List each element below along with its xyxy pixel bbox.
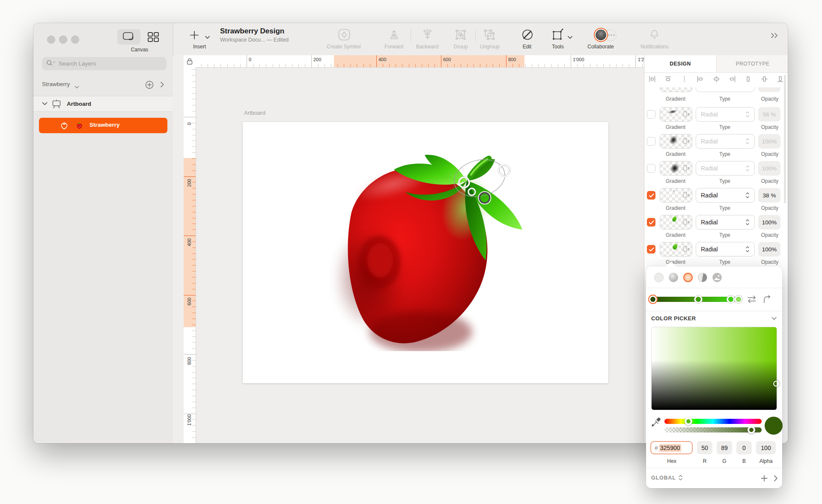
saturation-selector[interactable] — [773, 381, 779, 387]
backward-button[interactable] — [422, 29, 433, 42]
add-page-button[interactable] — [145, 80, 154, 91]
opacity-field[interactable]: 100% — [758, 215, 780, 230]
opacity-field[interactable] — [758, 87, 780, 92]
insert-button[interactable] — [189, 30, 200, 42]
gradient-checkbox[interactable] — [647, 164, 655, 173]
tab-design[interactable]: DESIGN — [644, 55, 716, 72]
lock-icon[interactable] — [187, 58, 193, 65]
gradient-stop[interactable] — [694, 295, 702, 303]
type-dropdown[interactable] — [696, 87, 755, 92]
fill-gradient-button[interactable] — [683, 273, 693, 282]
global-presets-selector[interactable]: GLOBAL — [651, 474, 683, 481]
type-dropdown[interactable]: Radial — [696, 107, 755, 122]
red-field[interactable]: 50 — [697, 441, 712, 454]
search-icon — [46, 60, 56, 68]
gradient-stop-selected[interactable] — [649, 295, 657, 303]
hue-knob[interactable] — [685, 418, 692, 425]
gradient-checkbox[interactable] — [647, 137, 655, 146]
type-dropdown[interactable]: Radial — [696, 215, 755, 230]
more-alignment-icon[interactable] — [681, 75, 688, 83]
saturation-brightness-box[interactable] — [651, 327, 777, 410]
overflow-chevrons-icon[interactable] — [770, 33, 780, 40]
distribute-horizontally-icon[interactable] — [649, 75, 656, 83]
tools-button[interactable] — [551, 28, 564, 43]
fill-none-button[interactable] — [654, 273, 664, 282]
add-preset-icon[interactable] — [761, 475, 768, 482]
canvas-area[interactable]: Artboard — [173, 55, 644, 443]
color-picker-header[interactable]: COLOR PICKER — [651, 315, 696, 322]
presets-chevron-right-icon[interactable] — [774, 475, 778, 482]
ruler-horizontal[interactable]: 0 200 400 600 800 1'000 1'200 — [196, 55, 644, 68]
align-center-horizontal-icon[interactable] — [713, 75, 720, 83]
gradient-swatch[interactable] — [660, 87, 692, 92]
alpha-field[interactable]: 100 — [756, 441, 776, 454]
search-input[interactable]: Search Layers — [42, 57, 167, 70]
tab-prototype[interactable]: PROTOTYPE — [716, 55, 788, 72]
tools-chevron-down-icon[interactable] — [567, 33, 573, 41]
opacity-field[interactable]: 100% — [758, 134, 780, 149]
current-color-swatch[interactable] — [765, 417, 783, 435]
ruler-tick — [435, 64, 435, 67]
gradient-checkbox[interactable] — [647, 245, 655, 253]
rotate-gradient-icon[interactable] — [762, 295, 772, 304]
blue-field[interactable]: 0 — [736, 441, 752, 454]
ungroup-button[interactable] — [483, 29, 495, 42]
artboard-row[interactable]: Artboard — [33, 96, 173, 112]
alpha-slider[interactable] — [664, 427, 762, 432]
scrollbar-thumb[interactable] — [784, 75, 786, 203]
artboard-title[interactable]: Artboard — [244, 110, 265, 116]
gradient-checkbox[interactable] — [647, 218, 655, 227]
fill-image-button[interactable] — [712, 273, 722, 282]
gradient-checkbox[interactable] — [647, 110, 655, 119]
alpha-knob[interactable] — [748, 426, 755, 434]
gradient-swatch[interactable] — [660, 134, 692, 149]
hue-slider[interactable] — [664, 419, 762, 424]
gradient-swatch[interactable] — [660, 215, 692, 230]
traffic-light-zoom[interactable] — [71, 36, 79, 44]
forward-button[interactable] — [388, 29, 400, 42]
page-selector[interactable]: Strawberry — [42, 81, 70, 87]
type-dropdown[interactable]: Radial — [696, 188, 755, 203]
traffic-light-close[interactable] — [47, 36, 55, 44]
fill-solid-button[interactable] — [669, 273, 678, 282]
gradient-swatch[interactable] — [660, 242, 692, 256]
create-symbol-button[interactable] — [338, 28, 351, 43]
align-left-icon[interactable] — [697, 75, 704, 83]
color-picker-chevron-down-icon[interactable] — [771, 316, 777, 320]
opacity-field[interactable]: 100% — [758, 242, 780, 256]
green-field[interactable]: 89 — [717, 441, 732, 454]
ruler-vertical[interactable]: 0 200 400 600 800 1'000 — [184, 55, 196, 443]
gradient-checkbox[interactable] — [647, 191, 655, 200]
opacity-field[interactable]: 56 % — [758, 107, 780, 122]
group-button[interactable] — [455, 29, 467, 42]
gradient-stop[interactable] — [727, 295, 735, 303]
opacity-field[interactable]: 38 % — [758, 188, 780, 203]
gradient-stop[interactable] — [735, 295, 742, 303]
reverse-gradient-icon[interactable] — [746, 295, 757, 304]
align-bottom-icon[interactable] — [777, 75, 784, 83]
gradient-swatch[interactable] — [660, 107, 692, 122]
align-middle-vertical-icon[interactable] — [761, 75, 768, 83]
hex-field[interactable]: # 325900 — [650, 441, 693, 454]
eyedropper-icon[interactable] — [651, 417, 662, 428]
strawberry-artwork[interactable] — [329, 150, 530, 351]
insert-chevron-down-icon[interactable] — [205, 33, 210, 41]
layer-row-strawberry[interactable]: Strawberry — [39, 118, 167, 133]
gradient-swatch[interactable] — [660, 188, 692, 203]
type-dropdown[interactable]: Radial — [696, 134, 755, 149]
opacity-field[interactable]: 100% — [758, 161, 780, 176]
edit-button[interactable] — [521, 29, 533, 42]
type-dropdown[interactable]: Radial — [696, 161, 755, 176]
grid-view-icon[interactable] — [147, 32, 159, 45]
canvas-view-toggle[interactable] — [117, 29, 140, 45]
page-chevron-right-icon[interactable] — [160, 81, 164, 89]
type-dropdown[interactable]: Radial — [696, 242, 755, 256]
align-top-icon[interactable] — [745, 75, 752, 83]
collaborate-avatar[interactable] — [594, 28, 608, 42]
gradient-swatch[interactable] — [660, 161, 692, 176]
align-right-icon[interactable] — [729, 75, 736, 83]
traffic-light-minimize[interactable] — [59, 36, 67, 44]
fill-angular-button[interactable] — [698, 273, 707, 282]
distribute-vertically-icon[interactable] — [664, 75, 672, 83]
notifications-button[interactable] — [649, 29, 660, 42]
